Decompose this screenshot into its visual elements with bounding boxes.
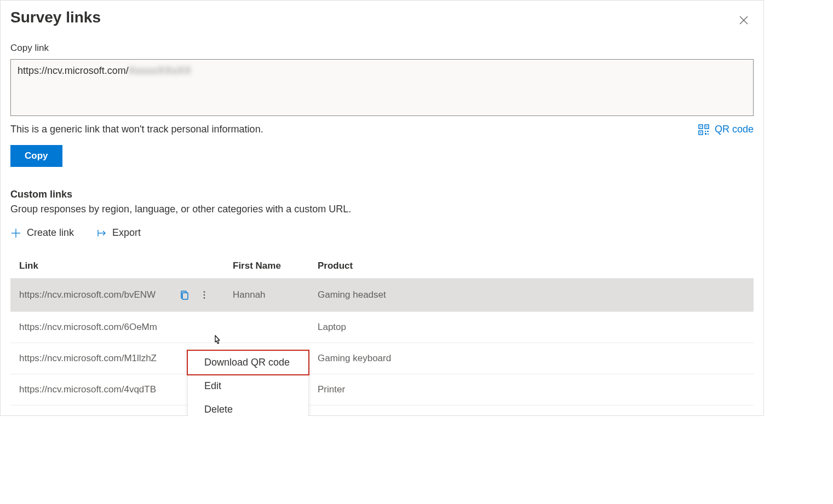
survey-link-prefix: https://ncv.microsoft.com/ <box>18 65 129 76</box>
qr-code-icon <box>698 124 709 135</box>
table-row[interactable]: https://ncv.microsoft.com/6OeMmLaptop <box>10 312 754 343</box>
table-row[interactable]: https://ncv.microsoft.com/bvENWHannahGam… <box>10 279 754 312</box>
menu-delete[interactable]: Delete <box>188 398 308 416</box>
custom-links-subtext: Group responses by region, language, or … <box>10 204 754 215</box>
copy-link-label: Copy link <box>10 43 754 54</box>
copy-button[interactable]: Copy <box>10 145 62 167</box>
table-row[interactable]: https://ncv.microsoft.com/M1llzhZGaming … <box>10 343 754 374</box>
svg-point-18 <box>204 294 205 296</box>
custom-links-table: Link First Name Product https://ncv.micr… <box>10 254 754 405</box>
create-link-button[interactable]: Create link <box>10 227 74 239</box>
svg-rect-8 <box>705 131 706 132</box>
row-product: Laptop <box>309 312 754 343</box>
custom-links-header: Custom links <box>10 189 754 200</box>
more-vertical-icon <box>199 290 209 300</box>
svg-rect-3 <box>700 126 701 127</box>
row-link-text: https://ncv.microsoft.com/4vqdTB <box>19 384 211 395</box>
svg-point-19 <box>204 297 205 299</box>
custom-links-actions: Create link Export <box>10 227 754 239</box>
row-link-text: https://ncv.microsoft.com/bvENW <box>19 289 171 300</box>
panel-title: Survey links <box>10 9 754 26</box>
info-row: This is a generic link that won't track … <box>10 124 754 135</box>
plus-icon <box>10 228 21 239</box>
close-icon <box>739 16 748 25</box>
generic-link-info: This is a generic link that won't track … <box>10 124 263 135</box>
close-button[interactable] <box>735 11 752 29</box>
survey-link-obfuscated: XxxxxXXxXX <box>129 65 192 76</box>
export-icon <box>96 228 107 239</box>
row-first-name <box>224 312 309 343</box>
row-context-menu: Download QR code Edit Delete <box>188 347 308 416</box>
row-link-text: https://ncv.microsoft.com/6OeMm <box>19 322 211 333</box>
col-header-product[interactable]: Product <box>309 254 754 279</box>
svg-rect-5 <box>706 126 707 127</box>
row-link-text: https://ncv.microsoft.com/M1llzhZ <box>19 353 211 364</box>
menu-edit[interactable]: Edit <box>188 374 308 398</box>
col-header-link[interactable]: Link <box>10 254 224 279</box>
table-row[interactable]: https://ncv.microsoft.com/4vqdTBGracePri… <box>10 374 754 405</box>
survey-links-panel: Survey links Copy link https://ncv.micro… <box>0 0 764 416</box>
svg-rect-11 <box>708 134 709 135</box>
svg-rect-9 <box>707 131 709 132</box>
menu-download-qr[interactable]: Download QR code <box>187 350 309 375</box>
svg-rect-16 <box>182 293 188 299</box>
svg-point-17 <box>204 291 205 293</box>
row-more-button[interactable] <box>198 288 211 302</box>
export-button[interactable]: Export <box>96 227 141 239</box>
survey-link-input[interactable]: https://ncv.microsoft.com/XxxxxXXxXX <box>10 59 754 116</box>
create-link-label: Create link <box>27 227 74 239</box>
row-product: Printer <box>309 374 754 405</box>
svg-rect-7 <box>700 132 701 133</box>
row-product: Gaming keyboard <box>309 343 754 374</box>
export-label: Export <box>112 227 141 239</box>
svg-rect-10 <box>705 133 706 135</box>
row-product: Gaming headset <box>309 279 754 312</box>
row-copy-button[interactable] <box>178 288 191 302</box>
row-first-name: Hannah <box>224 279 309 312</box>
qr-code-label: QR code <box>715 124 754 135</box>
copy-icon <box>180 290 189 300</box>
qr-code-button[interactable]: QR code <box>698 124 754 135</box>
col-header-first-name[interactable]: First Name <box>224 254 309 279</box>
